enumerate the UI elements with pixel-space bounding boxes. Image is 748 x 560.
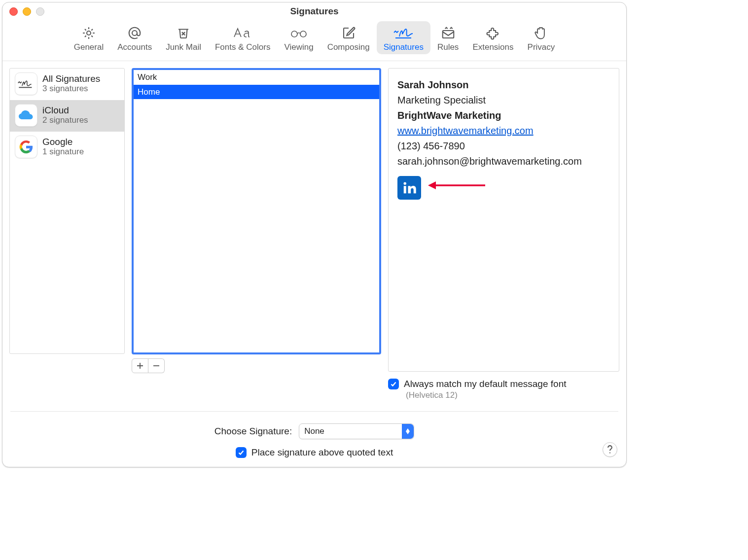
titlebar: Signatures [2, 2, 626, 20]
choose-signature-row: Choose Signature: None [214, 423, 414, 439]
zoom-window-button[interactable] [36, 7, 44, 16]
choose-signature-select[interactable]: None [299, 423, 414, 439]
icloud-icon [15, 104, 37, 127]
preview-url[interactable]: www.brightwavemarketing.com [397, 125, 534, 136]
svg-point-0 [87, 31, 91, 35]
fonts-icon [233, 25, 252, 41]
svg-marker-10 [406, 431, 410, 434]
tab-label: Fonts & Colors [215, 42, 270, 52]
tab-privacy[interactable]: Privacy [521, 21, 562, 54]
footer: Choose Signature: None Place signature a… [10, 411, 618, 458]
place-above-option[interactable]: Place signature above quoted text [236, 447, 393, 458]
choose-signature-value: None [304, 426, 324, 436]
svg-marker-8 [428, 181, 436, 189]
match-font-label: Always match my default message font [404, 379, 566, 389]
checkbox-checked-icon [388, 379, 399, 389]
tab-rules[interactable]: Rules [430, 21, 465, 54]
svg-point-11 [609, 452, 610, 453]
linkedin-icon[interactable] [397, 176, 421, 200]
place-above-label: Place signature above quoted text [251, 447, 393, 458]
tab-viewing[interactable]: Viewing [277, 21, 320, 54]
close-window-button[interactable] [9, 7, 18, 16]
signature-row-home[interactable]: Home [134, 85, 379, 100]
tab-junk-mail[interactable]: Junk Mail [159, 21, 208, 54]
tab-label: Accounts [117, 42, 152, 52]
annotation-arrow [427, 178, 486, 193]
tab-label: Rules [437, 42, 459, 52]
trash-icon [176, 25, 191, 41]
prefs-toolbar: General Accounts Junk Mail [2, 20, 626, 61]
match-font-option[interactable]: Always match my default message font [388, 379, 619, 389]
signature-list[interactable]: Work Home [132, 68, 381, 354]
tab-signatures[interactable]: Signatures [377, 21, 430, 54]
tab-label: Privacy [528, 42, 555, 52]
preview-company: BrightWave Marketing [397, 108, 610, 123]
svg-point-3 [300, 31, 306, 37]
help-button[interactable] [603, 442, 617, 457]
content-area: All Signatures 3 signatures iCloud 2 sig… [2, 61, 626, 407]
account-name: Google [42, 137, 84, 147]
checkbox-checked-icon [236, 447, 247, 458]
window-controls [9, 7, 44, 16]
tab-composing[interactable]: Composing [321, 21, 377, 54]
add-remove-bar [132, 358, 381, 373]
account-subtitle: 3 signatures [42, 84, 100, 94]
hand-icon [534, 25, 548, 41]
preview-column: Sarah Johnson Marketing Specialist Brigh… [388, 68, 619, 400]
account-subtitle: 1 signature [42, 147, 84, 157]
tab-general[interactable]: General [67, 21, 110, 54]
all-signatures-icon [15, 72, 37, 95]
tab-label: Composing [327, 42, 370, 52]
account-row-all[interactable]: All Signatures 3 signatures [10, 69, 124, 100]
signatures-window: Signatures General Accounts [2, 2, 627, 467]
add-signature-button[interactable] [132, 358, 148, 373]
tab-label: Viewing [284, 42, 313, 52]
preview-phone: (123) 456-7890 [397, 139, 610, 154]
svg-rect-4 [442, 31, 454, 38]
choose-signature-label: Choose Signature: [214, 426, 292, 437]
tab-label: Junk Mail [166, 42, 201, 52]
signature-preview[interactable]: Sarah Johnson Marketing Specialist Brigh… [388, 68, 619, 372]
tab-extensions[interactable]: Extensions [465, 21, 520, 54]
google-icon [15, 136, 37, 158]
remove-signature-button[interactable] [148, 358, 165, 373]
select-stepper-icon [402, 424, 414, 439]
at-sign-icon [127, 25, 142, 41]
account-row-google[interactable]: Google 1 signature [10, 132, 124, 163]
svg-point-1 [132, 31, 137, 35]
rules-icon [441, 25, 456, 41]
preview-email: sarah.johnson@brightwavemarketing.com [397, 154, 610, 169]
tab-fonts-colors[interactable]: Fonts & Colors [208, 21, 277, 54]
preview-role: Marketing Specialist [397, 93, 610, 108]
tab-label: General [74, 42, 104, 52]
window-title: Signatures [2, 6, 626, 17]
puzzle-icon [486, 25, 500, 41]
match-font-sublabel: (Helvetica 12) [406, 390, 619, 400]
glasses-icon [289, 25, 309, 41]
signature-row-work[interactable]: Work [134, 70, 379, 85]
compose-icon [341, 25, 356, 41]
account-name: All Signatures [42, 74, 100, 84]
account-list: All Signatures 3 signatures iCloud 2 sig… [9, 68, 125, 354]
tab-label: Signatures [384, 42, 424, 52]
svg-point-6 [404, 182, 407, 185]
minimize-window-button[interactable] [23, 7, 31, 16]
tab-label: Extensions [472, 42, 513, 52]
signature-list-column: Work Home [132, 68, 381, 400]
gear-icon [81, 25, 96, 41]
svg-point-2 [291, 31, 297, 37]
preview-name: Sarah Johnson [397, 77, 610, 93]
account-subtitle: 2 signatures [42, 116, 88, 125]
account-name: iCloud [42, 105, 88, 116]
signature-icon [392, 25, 414, 41]
svg-rect-5 [404, 186, 406, 193]
account-row-icloud[interactable]: iCloud 2 signatures [10, 100, 124, 132]
tab-accounts[interactable]: Accounts [110, 21, 159, 54]
